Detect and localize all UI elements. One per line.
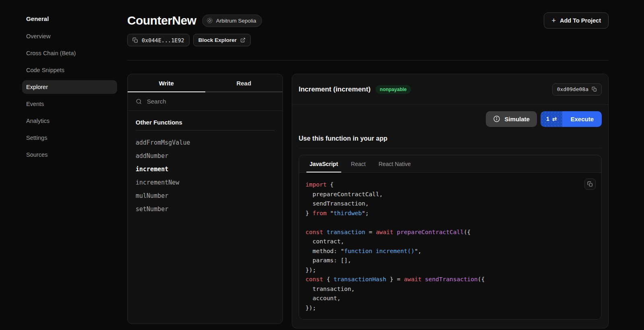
- main-content: CounterNew Arbitrum Sepolia + Add To Pro…: [127, 0, 644, 330]
- functions-panel: WriteRead Other Functions addFromMsgValu…: [127, 74, 283, 324]
- block-explorer-label: Block Explorer: [198, 37, 237, 43]
- tab-read[interactable]: Read: [205, 74, 283, 92]
- code-line: prepareContractCall,: [305, 190, 595, 199]
- code-line: const { transactionHash } = await sendTr…: [305, 275, 595, 284]
- search-icon: [136, 98, 142, 105]
- sidebar-item-code-snippets[interactable]: Code Snippets: [22, 63, 117, 77]
- usage-divider: [299, 148, 602, 148]
- functions-section-title: Other Functions: [136, 119, 275, 126]
- sidebar-heading: General: [26, 15, 127, 22]
- simulate-label: Simulate: [504, 116, 530, 122]
- sidebar-item-explorer[interactable]: Explorer: [22, 80, 117, 94]
- functions-divider: [136, 130, 275, 131]
- sidebar: General OverviewCross Chain (Beta)Code S…: [0, 0, 127, 330]
- function-item-addfrommsgvalue[interactable]: addFromMsgValue: [136, 136, 275, 149]
- copy-icon: [592, 87, 597, 92]
- code-block: import { prepareContractCall, sendTransa…: [305, 180, 595, 313]
- code-line: [305, 218, 595, 228]
- sidebar-nav: OverviewCross Chain (Beta)Code SnippetsE…: [22, 29, 117, 162]
- add-to-project-button[interactable]: + Add To Project: [544, 12, 609, 29]
- block-explorer-button[interactable]: Block Explorer: [193, 34, 251, 46]
- code-line: } from "thirdweb";: [305, 209, 595, 218]
- tab-write[interactable]: Write: [128, 74, 205, 92]
- function-item-addnumber[interactable]: addNumber: [136, 149, 275, 163]
- copy-code-button[interactable]: [584, 178, 596, 190]
- execute-count: 1: [546, 116, 549, 122]
- network-badge-label: Arbitrum Sepolia: [216, 18, 256, 24]
- function-item-increment[interactable]: increment: [136, 163, 275, 176]
- function-detail-panel: Increment (increment) nonpayable 0xd09de…: [292, 74, 609, 328]
- info-icon: [493, 115, 500, 122]
- add-to-project-label: Add To Project: [560, 17, 601, 24]
- simulate-button[interactable]: Simulate: [486, 111, 537, 127]
- search-input[interactable]: [147, 98, 275, 105]
- execute-count-button[interactable]: 1 ⇄: [541, 111, 563, 127]
- copy-icon: [132, 37, 138, 43]
- code-line: });: [305, 303, 595, 313]
- contract-header: CounterNew Arbitrum Sepolia + Add To Pro…: [127, 12, 644, 60]
- sidebar-item-cross-chain-beta[interactable]: Cross Chain (Beta): [22, 46, 117, 60]
- action-row: Simulate 1 ⇄ Execute: [292, 105, 608, 127]
- execute-split-button: 1 ⇄ Execute: [541, 111, 602, 127]
- mutability-badge: nonpayable: [376, 85, 411, 94]
- code-line: contract,: [305, 237, 595, 247]
- code-line: const transaction = await prepareContrac…: [305, 228, 595, 237]
- code-area: import { prepareContractCall, sendTransa…: [299, 173, 601, 319]
- plus-icon: +: [551, 17, 556, 24]
- search-row: [128, 92, 283, 111]
- external-link-icon: [240, 37, 246, 43]
- function-selector-button[interactable]: 0xd09de08a: [552, 83, 602, 95]
- chain-icon: [206, 17, 213, 24]
- sidebar-item-sources[interactable]: Sources: [22, 148, 117, 162]
- copy-icon: [587, 181, 593, 187]
- function-item-mulnumber[interactable]: mulNumber: [136, 189, 275, 203]
- code-line: sendTransaction,: [305, 199, 595, 209]
- network-badge[interactable]: Arbitrum Sepolia: [202, 15, 262, 27]
- code-line: method: "function increment()",: [305, 247, 595, 256]
- function-list: addFromMsgValueaddNumberincrementincreme…: [136, 136, 275, 216]
- function-item-setnumber[interactable]: setNumber: [136, 203, 275, 216]
- header-divider: [127, 60, 609, 60]
- function-item-incrementnew[interactable]: incrementNew: [136, 176, 275, 189]
- swap-arrows-icon: ⇄: [552, 116, 557, 122]
- sidebar-item-analytics[interactable]: Analytics: [22, 114, 117, 128]
- sidebar-item-overview[interactable]: Overview: [22, 29, 117, 43]
- sidebar-item-events[interactable]: Events: [22, 97, 117, 111]
- execute-button[interactable]: Execute: [562, 111, 602, 127]
- code-line: });: [305, 266, 595, 275]
- usage-heading: Use this function in your app: [299, 135, 602, 142]
- code-tabs: JavaScriptReactReact Native: [299, 155, 601, 173]
- function-title: Increment (increment): [299, 85, 371, 93]
- function-tabs: WriteRead: [128, 74, 283, 92]
- contract-dashboard: General OverviewCross Chain (Beta)Code S…: [0, 0, 644, 330]
- page-title: CounterNew: [127, 12, 196, 29]
- code-tab-javascript[interactable]: JavaScript: [304, 155, 344, 172]
- contract-address-button[interactable]: 0x044E...1E92: [127, 34, 190, 46]
- code-tab-react-native[interactable]: React Native: [373, 155, 416, 172]
- function-selector-value: 0xd09de08a: [557, 86, 588, 92]
- code-line: account,: [305, 294, 595, 303]
- code-tab-react[interactable]: React: [345, 155, 372, 172]
- code-line: params: [],: [305, 256, 595, 266]
- code-card: JavaScriptReactReact Native import { pre…: [299, 155, 602, 320]
- code-line: import {: [305, 180, 595, 190]
- sidebar-item-settings[interactable]: Settings: [22, 131, 117, 145]
- code-line: transaction,: [305, 284, 595, 294]
- function-detail-header: Increment (increment) nonpayable 0xd09de…: [292, 74, 608, 105]
- contract-address-value: 0x044E...1E92: [142, 37, 184, 44]
